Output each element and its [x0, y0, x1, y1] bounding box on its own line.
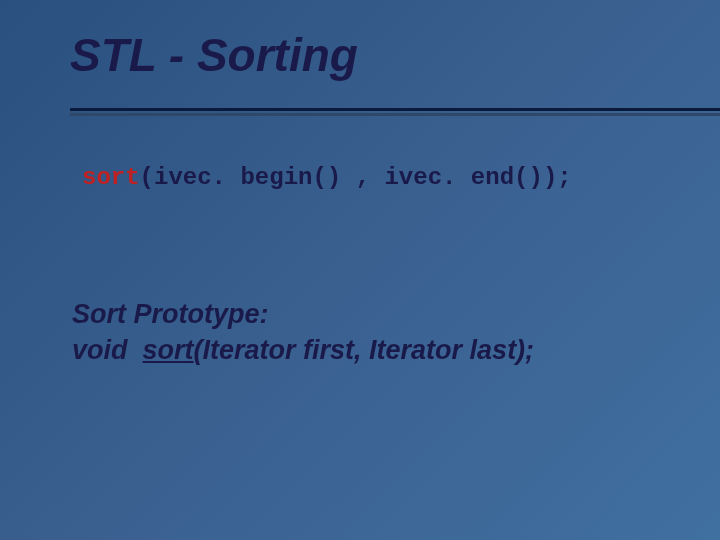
- code-example: sort(ivec. begin() , ivec. end());: [82, 164, 572, 191]
- prototype-block: Sort Prototype: void sort(Iterator first…: [72, 296, 534, 369]
- slide-title: STL - Sorting: [70, 28, 358, 82]
- code-body: (ivec. begin() , ivec. end());: [140, 164, 572, 191]
- code-keyword: sort: [82, 164, 140, 191]
- prototype-sort-kw: sort: [143, 335, 194, 365]
- prototype-label: Sort Prototype:: [72, 296, 534, 332]
- title-underline: [0, 108, 720, 116]
- prototype-void: void: [72, 335, 128, 365]
- prototype-args: (Iterator first, Iterator last);: [194, 335, 535, 365]
- prototype-signature: void sort(Iterator first, Iterator last)…: [72, 332, 534, 368]
